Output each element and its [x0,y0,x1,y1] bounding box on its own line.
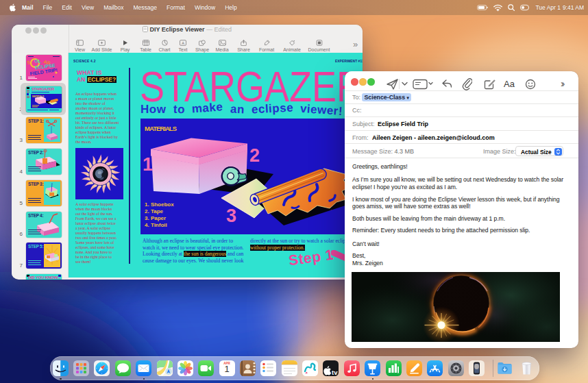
svg-text:3. Paper: 3. Paper [145,215,166,221]
svg-text:4. Tinfoil: 4. Tinfoil [145,222,167,228]
svg-text:FIELD TRIP!: FIELD TRIP! [29,67,58,76]
svg-text:tv: tv [332,369,338,376]
svg-text:1. Shoebox: 1. Shoebox [145,201,174,208]
svg-text:MATERIALS: MATERIALS [145,125,177,132]
svg-text:3: 3 [226,206,236,226]
svg-text:A: A [182,40,184,45]
svg-text:2: 2 [249,145,260,166]
svg-text:OL: OL [34,58,42,64]
svg-text:1: 1 [143,154,153,175]
svg-text:2. Tape: 2. Tape [145,208,164,214]
